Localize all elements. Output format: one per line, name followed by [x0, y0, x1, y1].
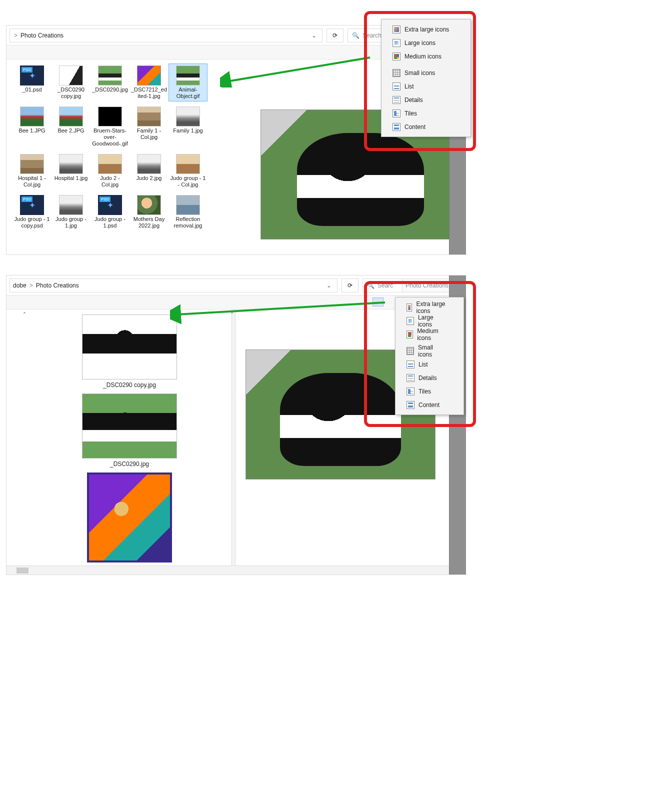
breadcrumb[interactable]: > Photo Creations ⌄ — [10, 28, 322, 42]
file-name: _DSC0290 copy.jpg — [103, 382, 156, 388]
file-item[interactable]: Bee 2.JPG — [52, 104, 90, 149]
refresh-icon: ⟳ — [348, 282, 352, 289]
file-thumbnail — [20, 154, 44, 174]
file-name: Bee 1.JPG — [18, 128, 45, 134]
view-option-tiles[interactable]: Tiles — [392, 106, 468, 120]
file-item[interactable]: Family 1.jpg — [168, 104, 208, 149]
file-item[interactable]: Judo 2.jpg — [130, 152, 168, 190]
file-name: Judo group - 1 copy.psd — [14, 216, 50, 229]
view-option-list[interactable]: List — [406, 358, 462, 371]
file-item[interactable]: Mothers Day 2022.jpg — [130, 193, 168, 231]
file-item[interactable]: _DSC7212_edited-1.jpg — [32, 472, 228, 572]
file-item[interactable]: Judo group - 1 copy.psd — [12, 193, 52, 231]
view-option-label: Large icons — [418, 314, 446, 328]
breadcrumb-parent[interactable]: dobe — [13, 282, 26, 289]
file-name: Mothers Day 2022.jpg — [130, 216, 168, 229]
view-option-md[interactable]: Medium icons — [392, 50, 468, 63]
view-menu-popup-bottom[interactable]: Extra large iconsLarge iconsMedium icons… — [395, 297, 464, 415]
file-name: Family 1 - Col.jpg — [130, 128, 168, 140]
view-option-label: Medium icons — [404, 53, 442, 60]
file-name: Reflection removal.jpg — [170, 216, 206, 229]
file-item[interactable]: Hospital 1 - Col.jpg — [12, 152, 52, 190]
view-option-label: Details — [418, 374, 437, 382]
refresh-button[interactable]: ⟳ — [342, 278, 358, 292]
refresh-button[interactable]: ⟳ — [326, 28, 344, 42]
file-item[interactable]: Judo group - 1.psd — [90, 193, 130, 231]
file-thumbnail — [87, 472, 172, 562]
view-option-label: Extra large icons — [404, 26, 449, 33]
view-option-label: Details — [404, 96, 423, 104]
view-option-sm[interactable]: Small icons — [406, 344, 462, 358]
view-option-lg[interactable]: Large icons — [406, 314, 462, 328]
view-option-label: Tiles — [418, 388, 431, 395]
file-item[interactable]: Hospital 1.jpg — [52, 152, 90, 190]
file-item[interactable]: Bee 1.JPG — [12, 104, 52, 149]
view-menu-popup-top[interactable]: Extra large iconsLarge iconsMedium icons… — [381, 19, 471, 137]
file-item[interactable]: _DSC0290.jpg — [32, 394, 228, 468]
file-thumbnail — [20, 195, 44, 215]
scroll-up-icon[interactable]: ˄ — [230, 312, 234, 318]
view-option-xl[interactable]: Extra large icons — [406, 300, 462, 314]
horizontal-scrollbar[interactable] — [6, 566, 466, 574]
view-option-md[interactable]: Medium icons — [406, 328, 462, 341]
file-item[interactable]: Animal-Object.gif — [168, 64, 208, 102]
file-name: _DSC0290.jpg — [110, 460, 149, 468]
file-thumbnail — [137, 195, 161, 215]
file-thumbnail — [98, 66, 122, 86]
view-option-label: Large icons — [404, 40, 436, 46]
breadcrumb-folder[interactable]: Photo Creations — [20, 32, 64, 39]
details-view-icon — [406, 374, 414, 382]
splitter[interactable]: ˄ — [232, 310, 236, 574]
file-item[interactable]: _01.psd — [12, 64, 52, 102]
view-option-content[interactable]: Content — [406, 398, 462, 412]
sm-view-icon — [392, 69, 400, 77]
file-item[interactable]: Family 1 - Col.jpg — [130, 104, 168, 149]
file-thumbnail — [82, 314, 177, 380]
file-thumbnail — [82, 394, 177, 458]
file-item[interactable]: Judo group - 1 - Col.jpg — [168, 152, 208, 190]
md-view-icon — [406, 330, 413, 338]
file-name: Hospital 1.jpg — [54, 175, 88, 182]
file-thumbnail — [59, 154, 83, 174]
file-thumbnail — [98, 154, 122, 174]
file-item[interactable]: Reflection removal.jpg — [168, 193, 208, 231]
lg-view-icon — [392, 39, 400, 47]
view-option-lg[interactable]: Large icons — [392, 36, 468, 50]
file-name: _DSC7212_edited-1.jpg — [130, 86, 168, 100]
file-thumbnail — [59, 106, 83, 126]
file-thumbnail — [176, 66, 200, 86]
file-name: Bruern-Stars-over-Goodwood-.gif — [92, 128, 128, 147]
view-option-sm[interactable]: Small icons — [392, 66, 468, 80]
list-view-icon — [392, 82, 400, 90]
file-item[interactable]: _DSC0290 copy.jpg — [52, 64, 90, 102]
file-thumbnail — [98, 106, 122, 126]
file-name: Judo group - 1.psd — [92, 216, 128, 229]
search-input[interactable]: 🔍 Searc — [362, 278, 402, 292]
file-item[interactable]: _DSC0290.jpg — [90, 64, 130, 102]
address-dropdown-icon[interactable]: ⌄ — [324, 282, 334, 289]
view-option-content[interactable]: Content — [392, 120, 468, 134]
file-name: _DSC0290 copy.jpg — [52, 86, 90, 100]
view-option-xl[interactable]: Extra large icons — [392, 22, 468, 36]
xl-view-icon — [392, 26, 400, 34]
file-item[interactable]: _DSC7212_edited-1.jpg — [130, 64, 168, 102]
search-icon: 🔍 — [367, 282, 374, 289]
file-item[interactable]: _DSC0290 copy.jpg — [32, 314, 228, 388]
file-item[interactable]: Bruern-Stars-over-Goodwood-.gif — [90, 104, 130, 149]
view-option-details[interactable]: Details — [392, 93, 468, 106]
view-option-details[interactable]: Details — [406, 371, 462, 384]
view-option-label: List — [418, 361, 428, 368]
file-item[interactable]: Judo 2 - Col.jpg — [90, 152, 130, 190]
view-option-tiles[interactable]: Tiles — [406, 384, 462, 398]
scroll-up-icon[interactable]: ˄ — [20, 312, 28, 320]
file-name: Judo group - 1.jpg — [52, 216, 90, 229]
view-option-label: Medium icons — [417, 328, 446, 342]
breadcrumb-folder[interactable]: Photo Creations — [36, 282, 79, 289]
chevron-right-icon: > — [30, 282, 33, 289]
file-thumbnail — [98, 195, 122, 215]
address-dropdown-icon[interactable]: ⌄ — [309, 32, 319, 39]
breadcrumb[interactable]: dobe > Photo Creations ⌄ — [10, 278, 338, 292]
preview-pane-toggle[interactable] — [372, 298, 384, 306]
view-option-list[interactable]: List — [392, 80, 468, 93]
file-item[interactable]: Judo group - 1.jpg — [52, 193, 90, 231]
